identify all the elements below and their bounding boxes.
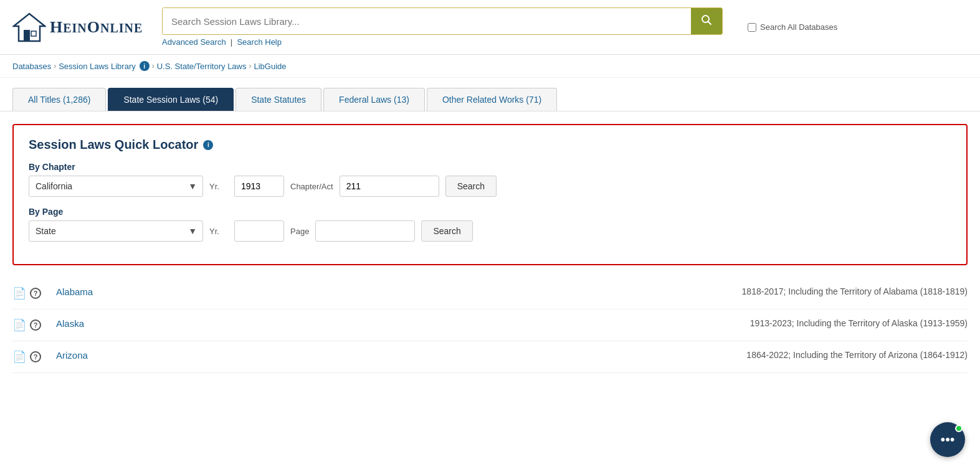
by-page-section: By Page State Alabama Alaska Arizona Cal… — [29, 207, 951, 242]
quick-locator-box: Session Laws Quick Locator i By Chapter … — [12, 124, 968, 265]
table-row: 📄 ? Alabama 1818-2017; Including the Ter… — [12, 278, 968, 309]
help-icon-alaska[interactable]: ? — [30, 319, 41, 331]
breadcrumb-sep-2: › — [152, 62, 155, 70]
breadcrumb-databases[interactable]: Databases — [12, 62, 51, 71]
search-icon — [701, 14, 712, 26]
tab-all-titles[interactable]: All Titles (1,286) — [12, 88, 106, 111]
table-row: 📄 ? Alaska 1913-2023; Including the Terr… — [12, 309, 968, 341]
result-icons-alabama: 📄 ? — [12, 286, 56, 300]
breadcrumb-state-territory[interactable]: U.S. State/Territory Laws — [157, 62, 247, 71]
logo-text[interactable]: HEINONLINE — [50, 18, 143, 37]
advanced-search-link[interactable]: Advanced Search — [162, 37, 226, 47]
chapter-yr-input[interactable] — [234, 176, 284, 197]
alabama-link[interactable]: Alabama — [56, 286, 93, 297]
result-date-alaska: 1913-2023; Including the Territory of Al… — [718, 318, 968, 328]
search-button[interactable] — [691, 8, 722, 34]
search-links: Advanced Search | Search Help — [162, 37, 723, 47]
search-all-area: Search All Databases — [748, 22, 837, 32]
quick-locator-title: Session Laws Quick Locator i — [29, 138, 951, 152]
arizona-link[interactable]: Arizona — [56, 350, 88, 361]
tab-other-related-works[interactable]: Other Related Works (71) — [427, 88, 557, 111]
by-chapter-label: By Chapter — [29, 162, 951, 172]
page-search-button[interactable]: Search — [421, 220, 472, 242]
tab-state-statutes[interactable]: State Statutes — [235, 88, 321, 111]
help-icon-arizona[interactable]: ? — [30, 351, 41, 362]
breadcrumb-sep-1: › — [54, 62, 56, 70]
page-yr-input[interactable] — [234, 220, 284, 242]
result-icons-alaska: 📄 ? — [12, 318, 56, 332]
table-row: 📄 ? Arizona 1864-2022; Including the Ter… — [12, 341, 968, 373]
chapter-state-select-wrap: California Alabama Alaska Arizona ▼ — [29, 176, 203, 197]
logo-area: HEINONLINE — [12, 12, 150, 42]
quick-locator-info-icon[interactable]: i — [203, 140, 213, 150]
breadcrumb-session-laws[interactable]: Session Laws Library — [59, 62, 136, 71]
search-help-link[interactable]: Search Help — [237, 37, 282, 47]
tab-federal-laws[interactable]: Federal Laws (13) — [323, 88, 425, 111]
svg-rect-2 — [31, 31, 36, 36]
doc-icon-alaska: 📄 — [12, 318, 26, 332]
result-title-alaska: Alaska — [56, 318, 718, 329]
chapter-search-button[interactable]: Search — [445, 176, 497, 197]
search-bar — [162, 7, 723, 35]
page-yr-label: Yr. — [209, 227, 228, 236]
result-list: 📄 ? Alabama 1818-2017; Including the Ter… — [12, 278, 968, 373]
tabs-bar: All Titles (1,286) State Session Laws (5… — [0, 78, 980, 111]
chapter-yr-label: Yr. — [209, 182, 228, 191]
page-label: Page — [290, 227, 309, 236]
tab-state-session-laws[interactable]: State Session Laws (54) — [108, 88, 234, 111]
by-page-label: By Page — [29, 207, 951, 217]
result-title-alabama: Alabama — [56, 286, 718, 297]
search-all-label: Search All Databases — [760, 22, 837, 32]
by-chapter-row: California Alabama Alaska Arizona ▼ Yr. … — [29, 176, 951, 197]
help-icon-alabama[interactable]: ? — [30, 288, 41, 299]
result-date-alabama: 1818-2017; Including the Territory of Al… — [718, 286, 968, 296]
by-page-row: State Alabama Alaska Arizona California … — [29, 220, 951, 242]
breadcrumb: Databases › Session Laws Library i › U.S… — [0, 55, 980, 78]
search-all-checkbox[interactable] — [748, 23, 756, 32]
doc-icon-arizona: 📄 — [12, 350, 26, 364]
header: HEINONLINE Advanced Search | Search Help… — [0, 0, 980, 55]
search-area: Advanced Search | Search Help — [162, 7, 723, 47]
svg-rect-1 — [24, 30, 30, 41]
chapter-act-label: Chapter/Act — [290, 182, 333, 191]
page-state-select[interactable]: State Alabama Alaska Arizona California — [29, 220, 203, 242]
chapter-act-input[interactable] — [340, 176, 439, 197]
result-icons-arizona: 📄 ? — [12, 350, 56, 364]
main-content: Session Laws Quick Locator i By Chapter … — [0, 111, 980, 385]
chapter-state-select[interactable]: California Alabama Alaska Arizona — [29, 176, 203, 197]
by-chapter-section: By Chapter California Alabama Alaska Ari… — [29, 162, 951, 197]
breadcrumb-libguide[interactable]: LibGuide — [254, 62, 287, 71]
search-input[interactable] — [163, 8, 691, 34]
page-state-select-wrap: State Alabama Alaska Arizona California … — [29, 220, 203, 242]
alaska-link[interactable]: Alaska — [56, 318, 84, 329]
result-date-arizona: 1864-2022; Including the Territory of Ar… — [718, 350, 968, 360]
svg-line-6 — [708, 22, 711, 25]
logo-icon — [12, 12, 46, 42]
doc-icon-alabama: 📄 — [12, 286, 26, 300]
breadcrumb-sep-3: › — [249, 62, 252, 70]
page-input[interactable] — [315, 220, 415, 242]
result-title-arizona: Arizona — [56, 350, 718, 361]
session-laws-info-icon[interactable]: i — [140, 61, 150, 71]
